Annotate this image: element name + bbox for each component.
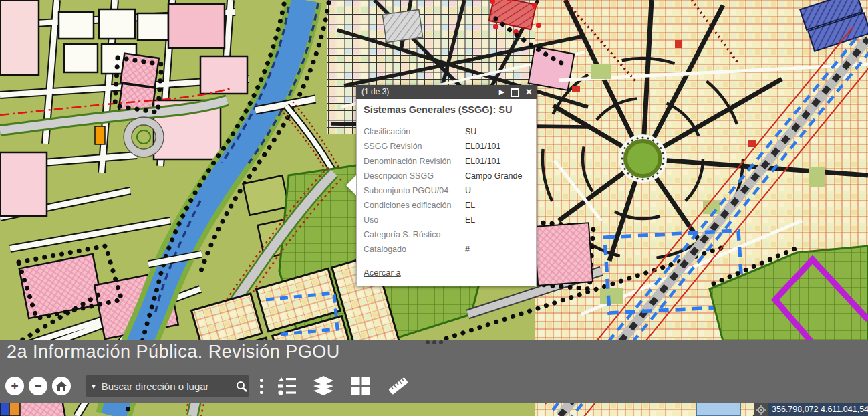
attr-value bbox=[465, 227, 529, 242]
popup-pointer bbox=[346, 175, 356, 195]
feature-popup: (1 de 3) ▶ ✕ Sistemas Generales (SSGG): … bbox=[356, 85, 537, 286]
layers-icon bbox=[313, 376, 334, 396]
attr-value: EL01/101 bbox=[465, 154, 529, 169]
next-feature-icon[interactable]: ▶ bbox=[499, 85, 504, 99]
basemap-grid-icon bbox=[351, 377, 370, 395]
zoom-out-button[interactable]: − bbox=[29, 377, 47, 395]
attr-value: # bbox=[465, 242, 529, 257]
attribute-row: Clasificación SU bbox=[364, 124, 529, 139]
get-coordinates-button[interactable] bbox=[754, 403, 768, 416]
popup-title: Sistemas Generales (SSGG): SU bbox=[364, 104, 529, 120]
attribute-row: SSGG Revisión EL01/101 bbox=[364, 139, 529, 154]
attr-label: Condiciones edificación bbox=[364, 198, 465, 213]
layers-button[interactable] bbox=[313, 376, 334, 396]
attr-label: Denominación Revisión bbox=[364, 154, 465, 169]
attr-value: EL bbox=[465, 198, 529, 213]
attr-label: Clasificación bbox=[364, 124, 465, 139]
attribute-row: Categoría S. Rústico bbox=[364, 227, 529, 242]
home-button[interactable] bbox=[52, 377, 71, 395]
measure-button[interactable] bbox=[388, 376, 409, 396]
attr-label: Uso bbox=[364, 213, 465, 227]
attribute-row: Uso EL bbox=[364, 213, 529, 227]
app-title: 2a Información Pública. Revisión PGOU bbox=[7, 342, 340, 362]
crosshair-icon bbox=[756, 405, 766, 415]
attr-label: SSGG Revisión bbox=[364, 139, 465, 154]
search-bar: ▼ bbox=[86, 375, 249, 397]
attr-value: EL01/101 bbox=[465, 139, 529, 154]
popup-header: (1 de 3) ▶ ✕ bbox=[356, 85, 537, 99]
chevron-down-icon[interactable]: ▼ bbox=[86, 383, 102, 390]
attribute-row: Catalogado # bbox=[364, 242, 529, 257]
attribute-row: Condiciones edificación EL bbox=[364, 198, 529, 213]
legend-button[interactable] bbox=[277, 377, 297, 395]
panel-drag-handle[interactable] bbox=[426, 340, 443, 344]
attribute-table: Clasificación SU SSGG Revisión EL01/101 … bbox=[364, 124, 529, 257]
popup-pager: (1 de 3) bbox=[361, 85, 493, 99]
attribute-row: Denominación Revisión EL01/101 bbox=[364, 154, 529, 169]
app-window: (1 de 3) ▶ ✕ Sistemas Generales (SSGG): … bbox=[0, 0, 868, 416]
search-button[interactable] bbox=[235, 381, 249, 392]
search-icon bbox=[236, 381, 247, 392]
attribute-row: Subconjunto PGOU/04 U bbox=[364, 183, 529, 198]
coordinate-readout: 356.798,072 4.611.041,54 bbox=[768, 403, 868, 416]
popup-body: Sistemas Generales (SSGG): SU Clasificac… bbox=[356, 99, 537, 286]
zoom-in-button[interactable]: + bbox=[5, 377, 24, 395]
attr-value: SU bbox=[465, 124, 529, 139]
bottom-panel: 2a Información Pública. Revisión PGOU + … bbox=[0, 340, 868, 403]
close-icon[interactable]: ✕ bbox=[525, 85, 533, 99]
ruler-icon bbox=[388, 376, 409, 396]
attr-label: Categoría S. Rústico bbox=[364, 227, 465, 242]
coordinates-widget: 356.798,072 4.611.041,54 bbox=[754, 403, 868, 416]
home-icon bbox=[56, 381, 67, 391]
map-toolbar: + − ▼ bbox=[0, 375, 868, 397]
basemap-gallery-button[interactable] bbox=[351, 377, 370, 395]
maximize-icon[interactable] bbox=[511, 88, 519, 97]
zoom-to-link[interactable]: Acercar a bbox=[364, 268, 401, 278]
attr-label: Descripción SSGG bbox=[364, 169, 465, 183]
attr-value: U bbox=[465, 183, 529, 198]
overflow-menu-button[interactable] bbox=[257, 377, 266, 395]
search-input[interactable] bbox=[102, 381, 235, 392]
attr-value: EL bbox=[465, 213, 529, 227]
attr-label: Subconjunto PGOU/04 bbox=[364, 183, 465, 198]
attribute-row: Descripción SSGG Campo Grande bbox=[364, 169, 529, 183]
attr-label: Catalogado bbox=[364, 242, 465, 257]
attr-value: Campo Grande bbox=[465, 169, 529, 183]
legend-icon bbox=[277, 377, 297, 395]
